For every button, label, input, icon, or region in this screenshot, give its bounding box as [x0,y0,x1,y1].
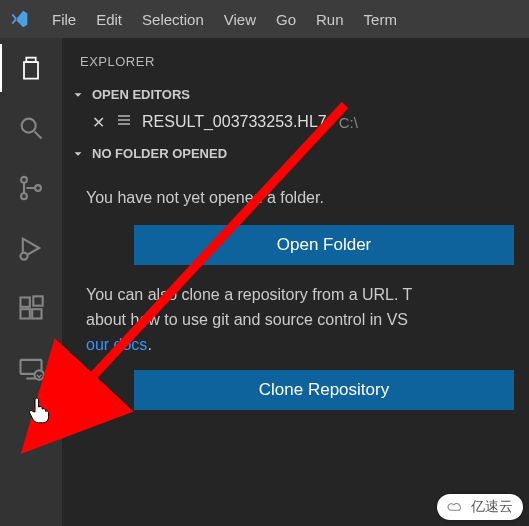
activity-remote[interactable] [13,350,49,386]
activity-bar [0,38,62,526]
sidebar-title: EXPLORER [62,46,529,83]
vscode-logo-icon [8,8,30,30]
menu-edit[interactable]: Edit [86,0,132,38]
docs-link[interactable]: our docs [86,336,147,353]
svg-rect-9 [33,296,42,305]
menu-selection[interactable]: Selection [132,0,214,38]
no-folder-label: NO FOLDER OPENED [92,146,227,161]
chevron-down-icon [70,147,86,161]
activity-explorer[interactable] [13,50,49,86]
open-editor-path: C:\ [339,114,358,131]
no-folder-message: You have not yet opened a folder. [62,165,529,225]
svg-point-3 [21,193,27,199]
menu-bar: File Edit Selection View Go Run Term [0,0,529,38]
open-editors-header[interactable]: OPEN EDITORS [62,83,529,106]
svg-rect-6 [21,298,30,307]
clone-message: You can also clone a repository from a U… [62,265,529,369]
redacted-path [368,113,448,131]
clone-msg-line2: about how to use git and source control … [86,311,408,328]
watermark-text: 亿速云 [471,498,513,516]
svg-rect-8 [32,309,41,318]
chevron-down-icon [70,88,86,102]
svg-point-2 [21,177,27,183]
svg-rect-7 [21,309,30,318]
open-folder-button[interactable]: Open Folder [134,225,514,265]
menu-view[interactable]: View [214,0,266,38]
activity-search[interactable] [13,110,49,146]
period: . [147,336,151,353]
close-icon[interactable]: ✕ [90,113,106,132]
open-editors-label: OPEN EDITORS [92,87,190,102]
activity-run-debug[interactable] [13,230,49,266]
menu-terminal[interactable]: Term [354,0,407,38]
watermark: 亿速云 [437,494,523,520]
activity-extensions[interactable] [13,290,49,326]
svg-point-0 [22,119,36,133]
file-icon [116,112,132,132]
menu-go[interactable]: Go [266,0,306,38]
activity-source-control[interactable] [13,170,49,206]
open-editor-item[interactable]: ✕ RESULT_003733253.HL7 C:\ [62,106,529,142]
menu-file[interactable]: File [42,0,86,38]
clone-msg-line1: You can also clone a repository from a U… [86,286,412,303]
clone-repository-button[interactable]: Clone Repository [134,370,514,410]
svg-point-5 [21,253,28,260]
menu-run[interactable]: Run [306,0,354,38]
svg-point-4 [35,185,41,191]
open-editor-filename: RESULT_003733253.HL7 [142,113,327,131]
no-folder-header[interactable]: NO FOLDER OPENED [62,142,529,165]
explorer-sidebar: EXPLORER OPEN EDITORS ✕ RESULT_003733253… [62,38,529,526]
svg-line-1 [35,132,42,139]
